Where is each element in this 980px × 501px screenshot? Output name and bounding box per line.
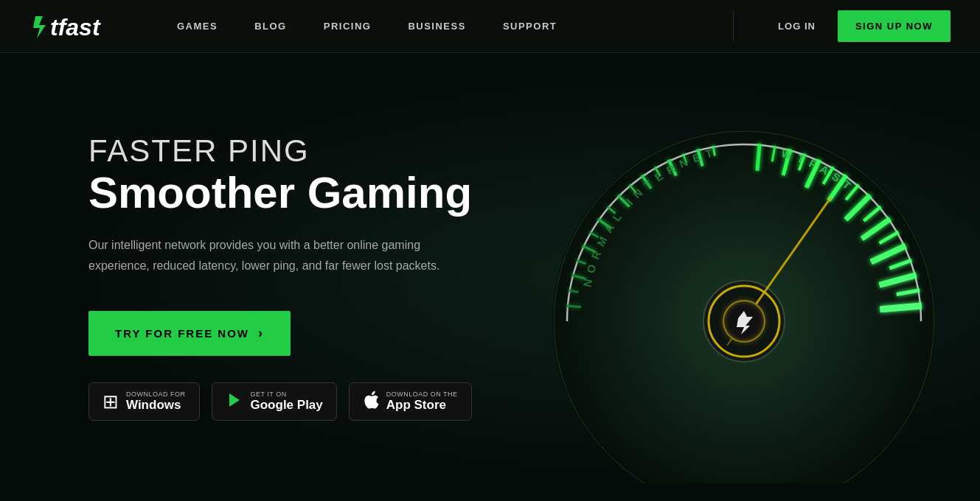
nav-blog[interactable]: BLOG — [254, 21, 287, 32]
windows-icon: ⊞ — [102, 392, 119, 411]
windows-badge[interactable]: ⊞ Download for Windows — [88, 382, 200, 421]
hero-text: FASTER PING Smoother Gaming Our intellig… — [88, 133, 472, 420]
google-play-badge-small: GET IT ON — [251, 390, 323, 398]
signup-button[interactable]: SIGN UP NOW — [838, 10, 951, 42]
speedometer-svg: NORMAL INTERNET WTFAST — [493, 71, 980, 483]
hero-title: Smoother Gaming — [88, 169, 472, 217]
google-play-badge[interactable]: GET IT ON Google Play — [212, 382, 337, 421]
svg-text:tfast: tfast — [50, 14, 101, 41]
cta-arrow-icon: › — [258, 326, 264, 341]
cta-label: TRY FOR FREE NOW — [115, 327, 249, 340]
google-play-icon — [226, 391, 243, 412]
app-store-badge-text: Download on the App Store — [386, 390, 458, 413]
cta-button[interactable]: TRY FOR FREE NOW › — [88, 311, 291, 356]
logo[interactable]: tfast — [29, 10, 133, 43]
download-badges: ⊞ Download for Windows GET IT ON Google … — [88, 382, 472, 421]
nav-business[interactable]: BUSINESS — [408, 21, 465, 32]
navbar: tfast GAMES BLOG PRICING BUSINESS SUPPOR… — [0, 0, 980, 53]
app-store-badge[interactable]: Download on the App Store — [349, 382, 472, 421]
svg-line-20 — [757, 144, 760, 171]
apple-icon — [363, 390, 379, 413]
app-store-badge-small: Download on the — [386, 390, 458, 398]
app-store-badge-large: App Store — [386, 398, 458, 413]
svg-line-36 — [880, 306, 922, 309]
google-play-badge-large: Google Play — [251, 398, 323, 413]
google-play-badge-text: GET IT ON Google Play — [251, 390, 323, 413]
svg-marker-1 — [229, 393, 240, 407]
hero-description: Our intelligent network provides you wit… — [88, 235, 442, 275]
windows-badge-large: Windows — [126, 398, 186, 413]
hero-subtitle: FASTER PING — [88, 133, 472, 169]
nav-pricing[interactable]: PRICING — [324, 21, 372, 32]
nav-actions: LOG IN SIGN UP NOW — [733, 10, 951, 42]
speedometer: NORMAL INTERNET WTFAST — [493, 71, 980, 483]
login-button[interactable]: LOG IN — [756, 21, 838, 32]
nav-support[interactable]: SUPPORT — [503, 21, 557, 32]
windows-badge-small: Download for — [126, 390, 186, 398]
hero-section: FASTER PING Smoother Gaming Our intellig… — [0, 53, 980, 501]
svg-line-4 — [566, 306, 581, 307]
nav-links: GAMES BLOG PRICING BUSINESS SUPPORT — [177, 21, 718, 32]
nav-games[interactable]: GAMES — [177, 21, 218, 32]
windows-badge-text: Download for Windows — [126, 390, 186, 413]
